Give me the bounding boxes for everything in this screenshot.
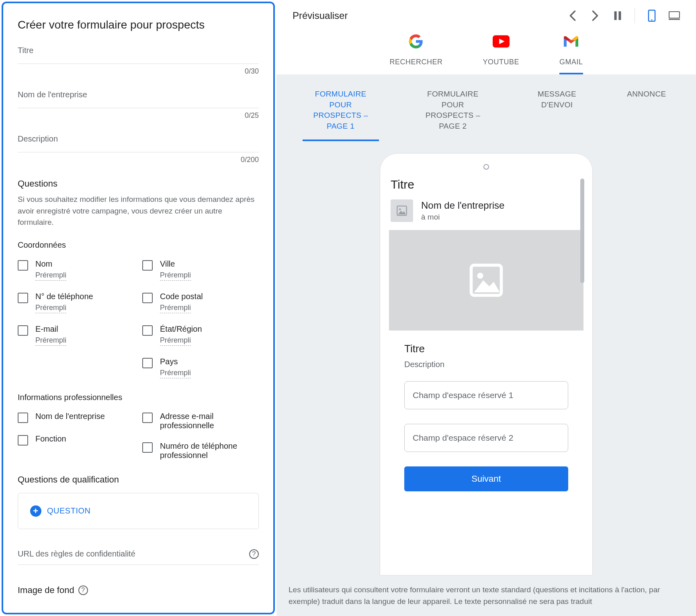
footer-note: Les utilisateurs qui consultent votre fo…: [276, 575, 696, 616]
checkbox-label: Ville: [160, 259, 191, 269]
checkbox-icon[interactable]: [142, 293, 153, 303]
questions-note: Si vous souhaitez modifier les informati…: [18, 194, 259, 228]
pause-icon[interactable]: [612, 10, 623, 21]
add-question-box: + QUESTION: [18, 493, 259, 529]
hero-image-placeholder: [389, 230, 583, 331]
checkbox-label: N° de téléphone: [35, 292, 93, 301]
description-field[interactable]: Description 0/200: [18, 134, 259, 164]
channel-tab-gmail[interactable]: GMAIL: [559, 33, 583, 74]
preview-title: Prévisualiser: [293, 10, 348, 21]
checkbox-ville[interactable]: Ville Prérempli: [142, 259, 259, 281]
prefilled-badge: Prérempli: [35, 336, 66, 346]
coordinates-heading: Coordonnées: [18, 240, 259, 250]
checkbox-icon[interactable]: [142, 260, 153, 271]
description-label: Description: [18, 134, 259, 144]
help-icon[interactable]: ?: [78, 585, 88, 595]
channel-tab-youtube[interactable]: YOUTUBE: [483, 33, 519, 74]
mobile-icon[interactable]: [646, 10, 657, 21]
company-field[interactable]: Nom de l'entreprise 0/25: [18, 90, 259, 120]
checkbox-label: Adresse e-mail professionnelle: [160, 412, 259, 430]
add-question-button[interactable]: + QUESTION: [30, 505, 246, 517]
svg-rect-5: [669, 19, 680, 20]
channel-tab-search[interactable]: RECHERCHER: [389, 33, 442, 74]
privacy-url-field[interactable]: URL des règles de confidentialité ?: [18, 549, 259, 565]
form-editor-panel: Créer votre formulaire pour prospects Ti…: [2, 2, 275, 614]
help-icon[interactable]: ?: [249, 549, 259, 559]
company-counter: 0/25: [18, 111, 259, 120]
preview-header: Prévisualiser: [276, 0, 696, 31]
coordinates-grid: Nom Prérempli N° de téléphone Prérempli …: [18, 259, 259, 378]
qualification-heading: Questions de qualification: [18, 474, 259, 485]
title-input-line[interactable]: [18, 63, 259, 64]
placeholder-input-2[interactable]: Champ d'espace réservé 2: [404, 424, 568, 452]
company-input-line[interactable]: [18, 107, 259, 108]
professional-grid: Nom de l'entreprise Fonction Adresse e-m…: [18, 412, 259, 460]
checkbox-fonction[interactable]: Fonction: [18, 434, 134, 446]
checkbox-email[interactable]: E-mail Prérempli: [18, 324, 134, 346]
sender-name: Nom de l'entreprise: [421, 200, 504, 211]
prefilled-badge: Prérempli: [160, 369, 191, 378]
page-tab-1[interactable]: FORMULAIRE POUR PROSPECTS – PAGE 1: [303, 86, 379, 141]
prefilled-badge: Prérempli: [160, 336, 191, 346]
checkbox-pro-email[interactable]: Adresse e-mail professionnelle: [142, 412, 259, 430]
checkbox-code-postal[interactable]: Code postal Prérempli: [142, 292, 259, 313]
checkbox-icon[interactable]: [142, 413, 153, 423]
svg-point-10: [477, 273, 483, 279]
scrollbar-thumb[interactable]: [580, 179, 584, 283]
form-section: Titre Description Champ d'espace réservé…: [388, 331, 584, 491]
checkbox-pro-phone[interactable]: Numéro de téléphone professionnel: [142, 441, 259, 460]
questions-heading: Questions: [18, 179, 259, 189]
previous-icon[interactable]: [567, 10, 578, 21]
background-image-heading: Image de fond ?: [18, 585, 259, 595]
description-input-line[interactable]: [18, 152, 259, 152]
checkbox-label: Pays: [160, 357, 191, 366]
placeholder-input-1[interactable]: Champ d'espace réservé 1: [404, 381, 568, 409]
checkbox-icon[interactable]: [142, 442, 153, 453]
checkbox-etat-region[interactable]: État/Région Prérempli: [142, 324, 259, 346]
checkbox-label: Fonction: [35, 434, 66, 444]
checkbox-icon[interactable]: [18, 260, 28, 271]
channel-label: YOUTUBE: [483, 58, 519, 66]
page-tabs: FORMULAIRE POUR PROSPECTS – PAGE 1 FORMU…: [276, 74, 696, 141]
page-tab-annonce[interactable]: ANNONCE: [623, 86, 670, 141]
checkbox-icon[interactable]: [18, 435, 28, 446]
panel-heading: Créer votre formulaire pour prospects: [18, 18, 259, 31]
page-tab-2[interactable]: FORMULAIRE POUR PROSPECTS – PAGE 2: [415, 86, 491, 141]
svg-rect-4: [669, 12, 680, 18]
prefilled-badge: Prérempli: [160, 271, 191, 281]
checkbox-icon[interactable]: [18, 413, 28, 423]
phone-mock: Titre Nom de l'entreprise à moi: [380, 153, 593, 575]
next-icon[interactable]: [590, 10, 601, 21]
next-button[interactable]: Suivant: [404, 466, 568, 491]
privacy-url-label: URL des règles de confidentialité: [18, 549, 135, 559]
youtube-icon: [493, 33, 510, 50]
gmail-icon: [563, 33, 579, 50]
checkbox-nom[interactable]: Nom Prérempli: [18, 259, 134, 281]
page-tab-message[interactable]: MESSAGE D'ENVOI: [527, 86, 587, 141]
checkbox-company-name[interactable]: Nom de l'entreprise: [18, 412, 134, 423]
checkbox-label: Code postal: [160, 292, 203, 301]
checkbox-label: État/Région: [160, 324, 202, 334]
divider: [635, 8, 635, 23]
title-label: Titre: [18, 46, 259, 55]
checkbox-label: Nom de l'entreprise: [35, 412, 105, 421]
form-description: Description: [404, 360, 568, 369]
channel-tabs: RECHERCHER YOUTUBE GMAIL: [276, 31, 696, 74]
plus-icon: +: [30, 505, 41, 517]
avatar-placeholder-icon: [391, 199, 413, 222]
svg-rect-0: [614, 11, 617, 20]
title-field[interactable]: Titre 0/30: [18, 46, 259, 76]
desktop-icon[interactable]: [669, 10, 680, 21]
checkbox-icon[interactable]: [142, 325, 153, 336]
channel-label: RECHERCHER: [389, 58, 442, 66]
svg-point-3: [651, 19, 653, 21]
google-icon: [407, 33, 424, 50]
checkbox-icon[interactable]: [18, 325, 28, 336]
scrollbar[interactable]: [580, 179, 584, 555]
message-title: Titre: [388, 177, 584, 198]
professional-heading: Informations professionnelles: [18, 393, 259, 402]
checkbox-pays[interactable]: Pays Prérempli: [142, 357, 259, 378]
checkbox-icon[interactable]: [142, 358, 153, 368]
checkbox-telephone[interactable]: N° de téléphone Prérempli: [18, 292, 134, 313]
checkbox-icon[interactable]: [18, 293, 28, 303]
